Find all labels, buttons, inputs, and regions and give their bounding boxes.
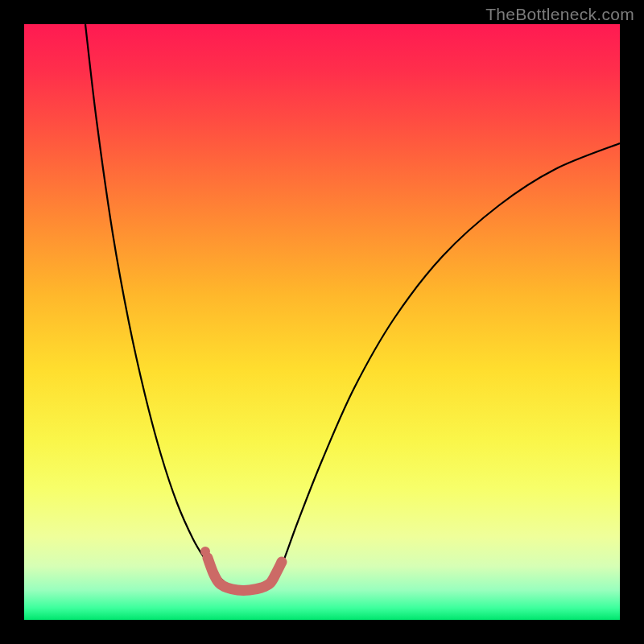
- optimal-zone-dot: [200, 547, 210, 556]
- curve-right-branch: [272, 143, 620, 581]
- curve-left-branch: [85, 24, 224, 581]
- watermark-text: TheBottleneck.com: [485, 5, 634, 24]
- chart-svg: [24, 24, 620, 620]
- optimal-zone-highlight: [208, 558, 282, 590]
- chart-frame: [24, 24, 620, 620]
